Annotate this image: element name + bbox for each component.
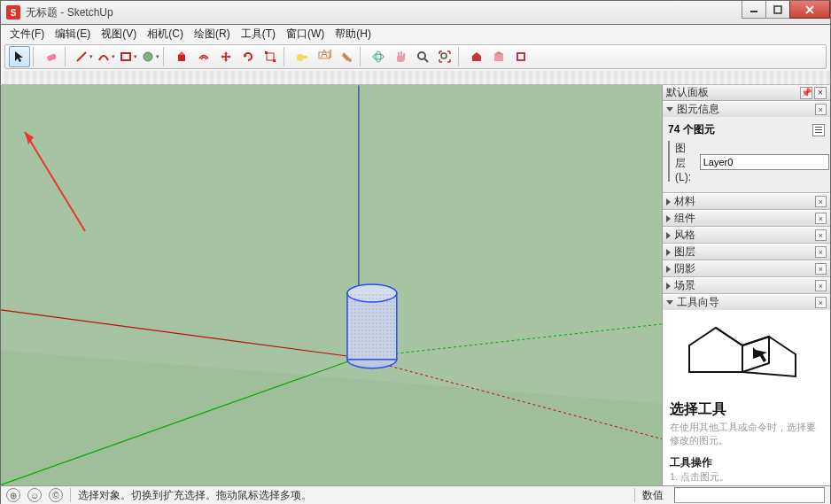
minimize-button[interactable] bbox=[742, 1, 766, 19]
eraser-tool[interactable] bbox=[41, 46, 62, 67]
panel-title: 工具向导 bbox=[677, 295, 719, 310]
panel-header-entity-info[interactable]: 图元信息 × bbox=[663, 101, 830, 117]
main-toolbar: ▾ ▾ ▾ ▾ A1 bbox=[4, 44, 827, 69]
shape-tool[interactable]: ▾ bbox=[117, 46, 138, 67]
move-tool[interactable] bbox=[215, 46, 237, 67]
instructor-illustration bbox=[670, 315, 823, 397]
extension-warehouse-tool[interactable] bbox=[488, 46, 509, 67]
menu-view[interactable]: 视图(V) bbox=[96, 25, 142, 43]
status-divider bbox=[634, 488, 635, 502]
warehouse-3d-tool[interactable] bbox=[466, 46, 487, 67]
panel-body-entity-info: 74 个图元 图层(L): ▾ bbox=[663, 117, 830, 192]
tray-close-button[interactable]: × bbox=[814, 87, 827, 99]
panel-close-button[interactable]: × bbox=[815, 229, 827, 241]
chevron-down-icon bbox=[666, 107, 673, 112]
tray-title: 默认面板 bbox=[666, 85, 709, 100]
svg-point-16 bbox=[348, 58, 352, 62]
panel-header-shadows[interactable]: 阴影× bbox=[663, 260, 830, 276]
offset-tool[interactable] bbox=[193, 46, 214, 67]
svg-rect-6 bbox=[121, 53, 130, 60]
panel-close-button[interactable]: × bbox=[815, 263, 827, 275]
rotate-tool[interactable] bbox=[237, 46, 259, 67]
status-hint: 选择对象。切换到扩充选择。拖动鼠标选择多项。 bbox=[78, 488, 312, 503]
app-icon: S bbox=[6, 5, 20, 19]
panel-close-button[interactable]: × bbox=[815, 246, 827, 258]
menu-file[interactable]: 文件(F) bbox=[4, 25, 50, 43]
close-button[interactable] bbox=[789, 1, 830, 19]
annotation-arrow-icon bbox=[14, 125, 94, 240]
panel-scenes: 场景× bbox=[663, 277, 830, 294]
menu-help[interactable]: 帮助(H) bbox=[330, 25, 377, 43]
svg-point-7 bbox=[144, 52, 152, 61]
tape-tool[interactable] bbox=[291, 46, 313, 67]
panel-close-button[interactable]: × bbox=[815, 280, 827, 291]
svg-point-17 bbox=[373, 54, 384, 59]
select-tool[interactable] bbox=[9, 46, 30, 67]
panel-materials: 材料× bbox=[663, 193, 830, 210]
panel-close-button[interactable]: × bbox=[815, 104, 827, 115]
entity-count-label: 74 个图元 bbox=[668, 122, 715, 137]
panel-header-instructor[interactable]: 工具向导× bbox=[663, 294, 830, 310]
panel-header-styles[interactable]: 风格× bbox=[663, 227, 830, 243]
menu-edit[interactable]: 编辑(E) bbox=[50, 25, 96, 43]
window-title: 无标题 - SketchUp bbox=[26, 5, 113, 20]
svg-point-18 bbox=[376, 51, 381, 62]
scale-tool[interactable] bbox=[260, 46, 281, 67]
scene-canvas bbox=[1, 85, 662, 485]
instructor-ops-heading: 工具操作 bbox=[670, 455, 823, 470]
panel-close-button[interactable]: × bbox=[815, 213, 827, 224]
status-geo-icon[interactable]: ⊕ bbox=[6, 488, 20, 502]
toolbar-separator bbox=[163, 47, 168, 66]
panel-close-button[interactable]: × bbox=[815, 196, 827, 207]
text-tool[interactable]: A1 bbox=[314, 46, 335, 67]
viewport-3d[interactable] bbox=[1, 85, 662, 485]
status-user-icon[interactable]: ☺ bbox=[27, 488, 42, 502]
svg-rect-13 bbox=[302, 56, 307, 58]
send-to-layout-tool[interactable] bbox=[510, 46, 532, 67]
panel-close-button[interactable]: × bbox=[815, 297, 827, 308]
status-credit-icon[interactable]: © bbox=[49, 488, 63, 502]
panel-header-components[interactable]: 组件× bbox=[663, 210, 830, 226]
chevron-right-icon bbox=[666, 283, 671, 290]
svg-rect-22 bbox=[494, 54, 503, 61]
tray-pin-button[interactable]: 📌 bbox=[800, 87, 812, 99]
layer-label: 图层(L): bbox=[675, 141, 696, 183]
paint-tool[interactable] bbox=[336, 46, 357, 67]
panel-header-materials[interactable]: 材料× bbox=[663, 193, 830, 209]
svg-rect-11 bbox=[273, 59, 276, 62]
orbit-tool[interactable] bbox=[368, 46, 389, 67]
layer-select[interactable] bbox=[700, 154, 829, 170]
material-swatch[interactable] bbox=[668, 141, 670, 182]
menu-camera[interactable]: 相机(C) bbox=[142, 25, 189, 43]
menu-window[interactable]: 窗口(W) bbox=[281, 25, 330, 43]
maximize-button[interactable] bbox=[765, 1, 790, 19]
instructor-step: 1. 点击图元。 bbox=[670, 470, 823, 484]
status-divider bbox=[70, 488, 71, 502]
svg-line-37 bbox=[25, 132, 85, 231]
panel-title: 材料 bbox=[674, 194, 695, 209]
panel-title: 场景 bbox=[674, 278, 695, 293]
panel-header-layers[interactable]: 图层× bbox=[663, 244, 830, 260]
arc-tool[interactable]: ▾ bbox=[95, 46, 116, 67]
circle-tool[interactable]: ▾ bbox=[139, 46, 160, 67]
tray-panel: 默认面板 📌 × 图元信息 × 74 个图元 bbox=[662, 85, 830, 485]
chevron-right-icon bbox=[666, 266, 671, 273]
panel-title: 组件 bbox=[674, 211, 695, 226]
svg-rect-9 bbox=[267, 53, 274, 60]
panel-header-scenes[interactable]: 场景× bbox=[663, 277, 830, 293]
zoom-extents-tool[interactable] bbox=[434, 46, 455, 67]
instructor-body: 选择工具 在使用其他工具或命令时，选择要修改的图元。 工具操作 1. 点击图元。… bbox=[663, 310, 830, 485]
line-tool[interactable]: ▾ bbox=[73, 46, 94, 67]
panel-layers: 图层× bbox=[663, 244, 830, 260]
svg-rect-8 bbox=[178, 55, 185, 61]
panel-menu-button[interactable] bbox=[812, 124, 825, 136]
status-bar: ⊕ ☺ © 选择对象。切换到扩充选择。拖动鼠标选择多项。 数值 bbox=[0, 485, 831, 504]
tray-header[interactable]: 默认面板 📌 × bbox=[663, 85, 830, 101]
measurement-input[interactable] bbox=[674, 487, 825, 503]
svg-rect-10 bbox=[265, 51, 268, 54]
pushpull-tool[interactable] bbox=[171, 46, 192, 67]
pan-tool[interactable] bbox=[390, 46, 411, 67]
menu-tools[interactable]: 工具(T) bbox=[236, 25, 281, 43]
menu-draw[interactable]: 绘图(R) bbox=[189, 25, 236, 43]
zoom-tool[interactable] bbox=[412, 46, 433, 67]
